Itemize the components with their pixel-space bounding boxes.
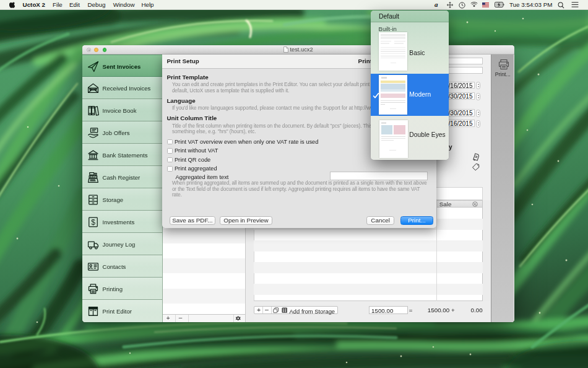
svg-text:$: $ — [91, 218, 95, 227]
